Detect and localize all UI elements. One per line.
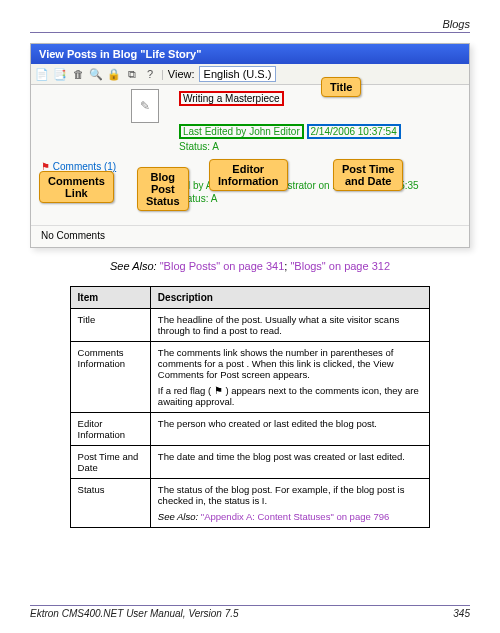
table-row: Comments InformationThe comments link sh…	[70, 342, 430, 413]
search-icon[interactable]: 🔍	[89, 67, 103, 81]
delete-icon[interactable]: 🗑	[71, 67, 85, 81]
footer-page-number: 345	[453, 608, 470, 619]
window-title: View Posts in Blog "Life Story"	[31, 44, 469, 64]
copy-icon[interactable]: 📑	[53, 67, 67, 81]
cell-description: The date and time the blog post was crea…	[150, 446, 430, 479]
table-row: Editor InformationThe person who created…	[70, 413, 430, 446]
see-also-link-1[interactable]: "Blog Posts" on page 341	[160, 260, 285, 272]
view-label: View:	[168, 68, 195, 80]
see-also-label: See Also:	[110, 260, 160, 272]
page-section-header: Blogs	[30, 18, 470, 33]
cell-item: Title	[70, 309, 150, 342]
help-icon[interactable]: ?	[143, 67, 157, 81]
table-row: StatusThe status of the blog post. For e…	[70, 479, 430, 528]
document-icon: ✎	[131, 89, 159, 123]
no-comments-row: No Comments	[31, 225, 469, 247]
table-row: TitleThe headline of the post. Usually w…	[70, 309, 430, 342]
last-edited-date: 2/14/2006 10:37:54	[311, 126, 397, 137]
toolbar-separator: |	[161, 68, 164, 80]
cell-item: Status	[70, 479, 150, 528]
status-text-2: status: A	[179, 193, 461, 204]
table-row: Post Time and DateThe date and time the …	[70, 446, 430, 479]
callout-title: Title	[321, 77, 361, 97]
description-table: Item Description TitleThe headline of th…	[70, 286, 431, 528]
page-footer: Ektron CMS400.NET User Manual, Version 7…	[30, 605, 470, 619]
cell-item: Editor Information	[70, 413, 150, 446]
callout-comments-link: Comments Link	[39, 171, 114, 203]
toolbar: 📄 📑 🗑 🔍 🔒 ⧉ ? | View: English (U.S.)	[31, 64, 469, 85]
callout-editor-info: Editor Information	[209, 159, 288, 191]
see-also-inline-link[interactable]: "Appendix A: Content Statuses" on page 7…	[201, 511, 389, 522]
blog-posts-screenshot: View Posts in Blog "Life Story" 📄 📑 🗑 🔍 …	[30, 43, 470, 248]
language-select[interactable]: English (U.S.)	[199, 66, 277, 82]
cell-description: The status of the blog post. For example…	[150, 479, 430, 528]
post-title-text: Writing a Masterpiece	[179, 91, 284, 106]
cell-description: The person who created or last edited th…	[150, 413, 430, 446]
status-text: Status: A	[179, 141, 461, 152]
callout-blog-post-status: Blog Post Status	[137, 167, 189, 211]
cell-description: The comments link shows the number in pa…	[150, 342, 430, 413]
new-icon[interactable]: 📄	[35, 67, 49, 81]
callout-post-time-date: Post Time and Date	[333, 159, 403, 191]
th-description: Description	[150, 287, 430, 309]
cell-item: Comments Information	[70, 342, 150, 413]
see-also-line: See Also: "Blog Posts" on page 341; "Blo…	[30, 260, 470, 272]
lock-icon[interactable]: 🔒	[107, 67, 121, 81]
cell-item: Post Time and Date	[70, 446, 150, 479]
footer-manual-title: Ektron CMS400.NET User Manual, Version 7…	[30, 608, 239, 619]
last-edited-text: Last Edited by John Editor	[183, 126, 300, 137]
th-item: Item	[70, 287, 150, 309]
cell-description: The headline of the post. Usually what a…	[150, 309, 430, 342]
see-also-link-2[interactable]: "Blogs" on page 312	[290, 260, 390, 272]
props-icon[interactable]: ⧉	[125, 67, 139, 81]
